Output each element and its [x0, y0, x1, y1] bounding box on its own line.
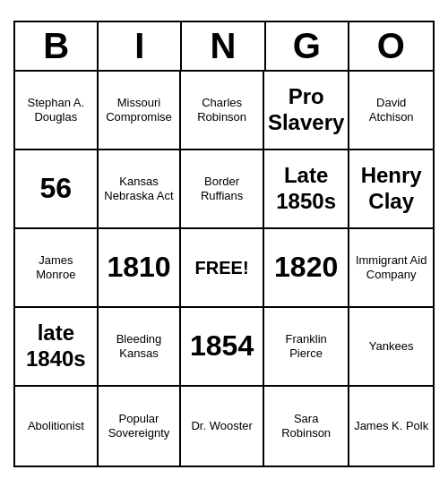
bingo-cell: Kansas Nebraska Act [99, 150, 182, 229]
bingo-cell: Stephan A. Douglas [15, 72, 99, 150]
bingo-cell: Border Ruffians [181, 150, 264, 229]
bingo-cell: late 1840s [15, 308, 99, 387]
bingo-cell: Yankees [349, 308, 433, 387]
bingo-cell: Late 1850s [264, 150, 349, 229]
bingo-cell: Dr. Wooster [181, 387, 264, 466]
bingo-cell: Henry Clay [349, 150, 433, 229]
bingo-cell: Pro Slavery [264, 72, 349, 150]
bingo-cell: 1820 [264, 229, 349, 308]
bingo-cell: Bleeding Kansas [99, 308, 182, 387]
bingo-header-letter: I [99, 22, 182, 70]
bingo-cell: James K. Polk [349, 387, 433, 466]
bingo-cell: Abolitionist [15, 387, 99, 466]
bingo-cell: Franklin Pierce [264, 308, 349, 387]
bingo-cell: David Atchison [349, 72, 433, 150]
bingo-cell: Missouri Compromise [99, 72, 182, 150]
bingo-cell: 1810 [99, 229, 182, 308]
bingo-header-letter: G [266, 22, 349, 70]
bingo-header-letter: B [15, 22, 99, 70]
bingo-cell: Charles Robinson [181, 72, 264, 150]
bingo-grid: Stephan A. DouglasMissouri CompromiseCha… [15, 72, 433, 466]
bingo-card: BINGO Stephan A. DouglasMissouri Comprom… [13, 21, 435, 467]
bingo-cell: 56 [15, 150, 99, 229]
bingo-header-letter: N [182, 22, 265, 70]
bingo-cell: Popular Sovereignty [99, 387, 182, 466]
bingo-header: BINGO [15, 22, 433, 72]
bingo-header-letter: O [349, 22, 433, 70]
bingo-cell: James Monroe [15, 229, 99, 308]
bingo-cell: FREE! [181, 229, 264, 308]
bingo-cell: Immigrant Aid Company [349, 229, 433, 308]
bingo-cell: Sara Robinson [264, 387, 349, 466]
bingo-cell: 1854 [181, 308, 264, 387]
